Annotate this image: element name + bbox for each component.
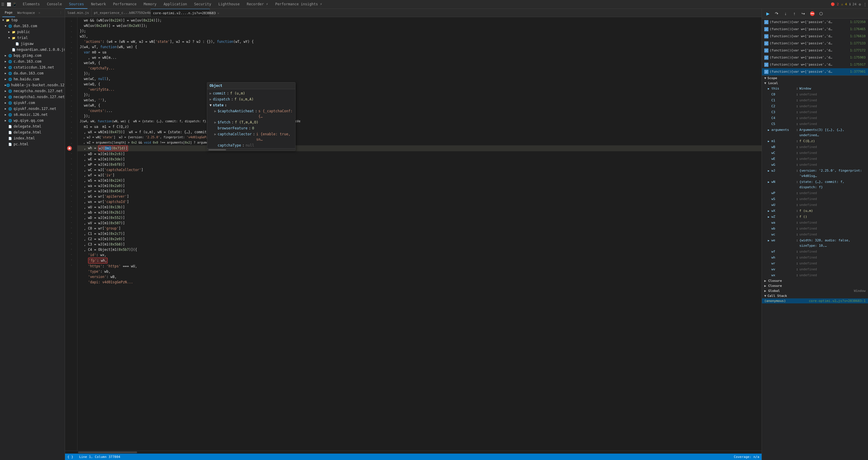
expand-arrow-icon[interactable]: ▶ — [768, 127, 771, 138]
tree-item-neguardian[interactable]: 📄 neguardian.umd.1.0.0.js — [0, 47, 65, 53]
event-listener-row[interactable]: ✓(function(){var w=['passive','d…1:37790… — [762, 68, 868, 75]
tab-elements[interactable]: Elements — [19, 0, 43, 9]
tab-network[interactable]: Network — [88, 0, 110, 9]
expand-arrow-icon[interactable]: ▶ — [768, 138, 771, 144]
tree-item-s6[interactable]: 🌐 s6.music.126.net — [0, 112, 65, 118]
call-stack-entry[interactable]: (anonymous) core-optimi.v2…js?v=2838683:… — [762, 298, 868, 303]
tab-memory[interactable]: Memory — [140, 0, 160, 9]
expand-arrow-icon[interactable]: ▶ — [768, 214, 771, 220]
inspector-icon[interactable]: ⬜ — [7, 2, 11, 6]
tab-lighthouse[interactable]: Lighthouse — [215, 0, 243, 9]
expand-arrow-icon[interactable]: ▶ — [768, 238, 771, 249]
tree-item-index[interactable]: 📄 index.html — [0, 135, 65, 141]
more-icon[interactable]: ⋮ — [863, 2, 867, 6]
expand-icon-state[interactable]: ▼ — [210, 102, 212, 108]
var-row[interactable]: C3:undefined — [762, 109, 868, 115]
close-tab-core[interactable]: ✕ — [218, 11, 219, 15]
event-listener-row[interactable]: ✓(function(){var w=['passive','d…1:17646… — [762, 26, 868, 33]
var-row[interactable]: ▶arguments:Arguments(3) [{…}, {…}, undef… — [762, 127, 868, 138]
var-row[interactable]: C5:undefined — [762, 121, 868, 127]
var-row[interactable]: ▶m1:f C(Q,z) — [762, 138, 868, 144]
tree-item-dadun[interactable]: 🌐 da.dun.163.com — [0, 70, 65, 76]
expand-icon[interactable]: ▶ — [214, 120, 216, 125]
tab-performance[interactable]: Performance — [110, 0, 140, 9]
checkbox-on[interactable]: ✓ — [764, 20, 768, 24]
var-row[interactable]: wx:undefined — [762, 272, 868, 278]
tree-item-trial[interactable]: 📁 trial — [0, 35, 65, 41]
checkbox-on[interactable]: ✓ — [764, 41, 768, 45]
step-button[interactable]: ↪ — [800, 10, 807, 17]
tree-item-top[interactable]: 📁 top — [0, 17, 65, 23]
expand-icon[interactable]: ▶ — [214, 131, 216, 137]
step-over-button[interactable]: ↷ — [773, 10, 780, 17]
editor-tab-pt[interactable]: pt_experience_c...b8677592e4b98f ✕ — [92, 9, 151, 17]
tree-item-wpqiye[interactable]: 🌐 wp.qiye.qq.com — [0, 118, 65, 124]
tree-item-qiyukf[interactable]: 🌐 qiyukf.com — [0, 100, 65, 106]
bottom-scrollbar[interactable] — [65, 451, 762, 454]
tree-item-pc[interactable]: 📄 pc.html — [0, 141, 65, 147]
tree-item-qiyukfnosdn[interactable]: 🌐 qiyukf.nosdn.127.net — [0, 106, 65, 112]
editor-tab-load[interactable]: load.min.js — [65, 9, 92, 17]
var-row[interactable]: wr:undefined — [762, 261, 868, 266]
var-row[interactable]: wU:undefined — [762, 202, 868, 208]
tab-sources[interactable]: Sources — [65, 0, 88, 9]
var-row[interactable]: ▶this:Window — [762, 86, 868, 92]
pause-on-exceptions-button[interactable]: ⬡ — [817, 10, 825, 17]
local-header[interactable]: ▼ Local — [762, 81, 868, 86]
code-content[interactable]: we && (wN[uv(0x224)] = we[uv(0x224)]); w… — [78, 17, 762, 451]
var-row[interactable]: ▶we:{width: 320, audio: false, sizeType:… — [762, 237, 868, 249]
checkbox-on[interactable]: ✓ — [764, 34, 768, 38]
closure-header-2[interactable]: ▶ Closure — [762, 283, 868, 288]
deactivate-breakpoints-button[interactable]: ⛔ — [809, 10, 816, 17]
var-row[interactable]: wG:undefined — [762, 162, 868, 168]
var-row[interactable]: wC:undefined — [762, 150, 868, 156]
var-row[interactable]: ▶wX:f (u,m) — [762, 208, 868, 214]
scope-header[interactable]: ▼ Scope — [762, 76, 868, 81]
var-row[interactable]: wh:undefined — [762, 255, 868, 261]
tree-item-public[interactable]: 📁 public — [0, 29, 65, 35]
tree-item-necaptcha1[interactable]: 🌐 necaptcha1.nosdn.127.net — [0, 94, 65, 100]
event-listener-row[interactable]: ✓(function(){var w=['passive','d…1:17713… — [762, 40, 868, 47]
tree-item-necaptcha[interactable]: 🌐 necaptcha.nosdn.127.net — [0, 88, 65, 94]
closure-header-1[interactable]: ▶ Closure — [762, 278, 868, 283]
checkbox-on[interactable]: ✓ — [764, 56, 768, 60]
event-listener-row[interactable]: ✓(function(){var w=['passive','d…1:17717… — [762, 47, 868, 54]
var-row[interactable]: wE:undefined — [762, 156, 868, 162]
var-row[interactable]: C0:undefined — [762, 92, 868, 98]
step-into-button[interactable]: ↓ — [782, 10, 789, 17]
resume-button[interactable]: ▶ — [764, 10, 771, 17]
tree-item-cdun[interactable]: 🌐 c.dun.163.com — [0, 59, 65, 64]
expand-arrow-icon[interactable]: ▶ — [768, 179, 771, 190]
tree-item-jigsaw[interactable]: 📄 jigsaw — [0, 41, 65, 47]
event-listener-row[interactable]: ✓(function(){var w=['passive','d…1:17235… — [762, 19, 868, 26]
checkbox-on[interactable]: ✓ — [764, 27, 768, 31]
var-row[interactable]: wP:undefined — [762, 190, 868, 196]
checkbox-on[interactable]: ✓ — [764, 70, 768, 74]
tree-item-hmbaidu[interactable]: 🌐 hm.baidu.com — [0, 76, 65, 82]
call-stack-header[interactable]: ▼ Call Stack — [762, 293, 868, 298]
tooltip-content[interactable]: ▶ commit : f (u,m) ▶ dispatch : f (u,m,A… — [207, 89, 295, 148]
hamburger-icon[interactable]: ☰ — [1, 2, 4, 6]
expand-icon[interactable]: ▶ — [214, 108, 216, 114]
event-listener-row[interactable]: ✓(function(){var w=['passive','d…1:17590… — [762, 54, 868, 61]
var-row[interactable]: ▶wZ:f () — [762, 214, 868, 220]
checkbox-on[interactable]: ✓ — [764, 48, 768, 53]
expand-arrow-icon[interactable]: ▶ — [768, 86, 771, 91]
var-row[interactable]: wS:undefined — [762, 196, 868, 202]
expand-arrow-icon[interactable]: ▶ — [768, 168, 771, 179]
var-row[interactable]: ▶wJ:{version: '2.25.0', fingerprint: 'v4… — [762, 168, 868, 179]
device-icon[interactable]: 📱 — [12, 2, 17, 6]
var-row[interactable]: wc:undefined — [762, 232, 868, 237]
tab-console[interactable]: Console — [43, 0, 66, 9]
var-row[interactable]: wb:undefined — [762, 226, 868, 232]
var-row[interactable]: C2:undefined — [762, 103, 868, 109]
var-row[interactable]: wB:undefined — [762, 144, 868, 150]
event-listener-row[interactable]: ✓(function(){var w=['passive','d…1:17591… — [762, 61, 868, 68]
event-listener-row[interactable]: ✓(function(){var w=['passive','d…1:17661… — [762, 33, 868, 40]
scrollbar-thumb[interactable] — [78, 452, 137, 453]
checkbox-on[interactable]: ✓ — [764, 63, 768, 67]
tree-item-delegate2[interactable]: 📄 delegate.html — [0, 129, 65, 135]
var-row[interactable]: wf:undefined — [762, 249, 868, 255]
var-row[interactable]: wv:undefined — [762, 266, 868, 272]
tab-workspace[interactable]: Workspace — [15, 9, 37, 17]
